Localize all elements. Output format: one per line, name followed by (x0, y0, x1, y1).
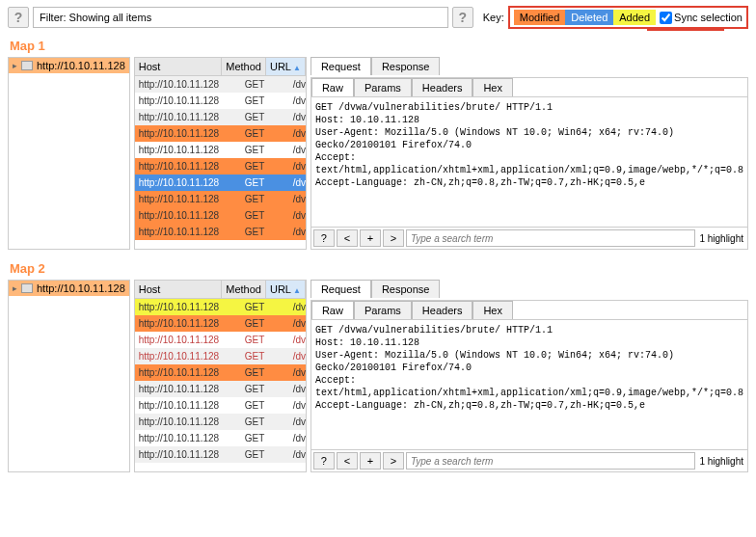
map2-tree[interactable]: ▸ http://10.10.11.128 (8, 280, 130, 472)
tree-expand-icon[interactable]: ▸ (13, 61, 17, 70)
cell-method: GET (241, 145, 289, 155)
table-row[interactable]: http://10.10.11.128GET/dvwa/dvwa/ (135, 381, 306, 397)
help-button-right[interactable]: ? (452, 7, 473, 28)
cell-method: GET (241, 449, 289, 460)
table-row[interactable]: http://10.10.11.128GET/dvwa/vulnerabilit… (135, 93, 306, 109)
tab-response[interactable]: Response (371, 280, 441, 298)
cell-host: http://10.10.11.128 (135, 112, 241, 122)
map1-area: ▸ http://10.10.11.128 Host Method URL▲ h… (0, 57, 756, 257)
cell-url: /dvwa/vulnerabilities/... (289, 161, 306, 172)
folder-icon (21, 283, 33, 293)
map1-table-header: Host Method URL▲ (135, 58, 306, 76)
table-row[interactable]: http://10.10.11.128GET/dvwa/about.php (135, 364, 306, 381)
map2-title: Map 2 (0, 257, 756, 280)
cell-method: GET (241, 351, 289, 362)
table-row[interactable]: http://10.10.11.128GET/dvwa/DTD/ (135, 332, 306, 348)
cell-url: /dvwa/dvwa/?C=D;O... (289, 416, 306, 427)
table-row[interactable]: http://10.10.11.128GET/dvwa/vulnerabilit… (135, 142, 306, 158)
col-url[interactable]: URL▲ (266, 281, 306, 298)
cell-method: GET (241, 384, 289, 394)
sync-selection-checkbox[interactable]: Sync selection (660, 12, 742, 24)
tree-host-label: http://10.10.11.128 (37, 282, 125, 294)
table-row[interactable]: http://10.10.11.128GET/dvwa/dvwa/?C=D;O.… (135, 397, 306, 414)
table-row[interactable]: http://10.10.11.128GET/dvwa (135, 299, 306, 315)
table-row[interactable]: http://10.10.11.128GET/dvwa/vulnerabilit… (135, 76, 306, 93)
tab-raw[interactable]: Raw (311, 78, 354, 96)
col-url[interactable]: URL▲ (266, 58, 306, 75)
map2-search-bar: ? < + > 1 highlight (311, 449, 747, 471)
tab-response[interactable]: Response (371, 57, 441, 75)
table-row[interactable]: http://10.10.11.128GET/dvwa/vulnerabilit… (135, 109, 306, 125)
col-method[interactable]: Method (222, 281, 266, 298)
cell-host: http://10.10.11.128 (135, 128, 241, 139)
table-row[interactable]: http://10.10.11.128GET/dvwa/vulnerabilit… (135, 175, 306, 191)
tab-headers[interactable]: Headers (412, 78, 473, 96)
cell-host: http://10.10.11.128 (135, 302, 241, 312)
cell-host: http://10.10.11.128 (135, 433, 241, 443)
map2-raw-request[interactable]: GET /dvwa/vulnerabilities/brute/ HTTP/1.… (311, 320, 747, 449)
search-plus-button[interactable]: + (360, 229, 381, 247)
table-row[interactable]: http://10.10.11.128GET/dvwa/dvwa/?C=D;O.… (135, 414, 306, 430)
tab-hex[interactable]: Hex (472, 78, 513, 96)
highlight-count: 1 highlight (697, 233, 745, 244)
search-prev-button[interactable]: < (337, 229, 358, 247)
map1-tree[interactable]: ▸ http://10.10.11.128 (8, 57, 130, 250)
tree-expand-icon[interactable]: ▸ (13, 283, 17, 293)
search-plus-button[interactable]: + (360, 452, 381, 470)
cell-url: /dvwa/dvwa/?C=M;O... (289, 433, 306, 443)
cell-host: http://10.10.11.128 (135, 400, 241, 411)
table-row[interactable]: http://10.10.11.128GET/dvwa/dvwa/?C=M;O.… (135, 430, 306, 446)
col-method[interactable]: Method (222, 58, 266, 75)
map1-raw-request[interactable]: GET /dvwa/vulnerabilities/brute/ HTTP/1.… (311, 97, 747, 227)
cell-host: http://10.10.11.128 (135, 351, 241, 362)
search-prev-button[interactable]: < (337, 452, 358, 470)
search-input[interactable] (406, 452, 695, 470)
sync-checkbox-input[interactable] (660, 12, 672, 24)
tab-request[interactable]: Request (310, 57, 371, 75)
map1-detail: Request Response Raw Params Headers Hex … (310, 57, 748, 250)
cell-host: http://10.10.11.128 (135, 384, 241, 394)
help-button-left[interactable]: ? (8, 7, 29, 28)
cell-url: /dvwa/dvwa/?C=D;O... (289, 400, 306, 411)
table-row[interactable]: http://10.10.11.128GET/dvwa/ (135, 315, 306, 332)
map2-table[interactable]: Host Method URL▲ http://10.10.11.128GET/… (134, 280, 307, 472)
tab-hex[interactable]: Hex (472, 301, 513, 319)
col-host[interactable]: Host (135, 281, 223, 298)
cell-method: GET (241, 367, 289, 378)
search-input[interactable] (406, 229, 695, 247)
tab-headers[interactable]: Headers (412, 301, 473, 319)
search-help-button[interactable]: ? (313, 229, 335, 247)
tab-params[interactable]: Params (354, 78, 412, 96)
table-row[interactable]: http://10.10.11.128GET/dvwa/vulnerabilit… (135, 191, 306, 207)
map2-area: ▸ http://10.10.11.128 Host Method URL▲ h… (0, 280, 756, 480)
cell-method: GET (241, 416, 289, 427)
sort-asc-icon: ▲ (293, 286, 301, 295)
map2-tree-host[interactable]: ▸ http://10.10.11.128 (9, 281, 129, 296)
table-row[interactable]: http://10.10.11.128GET/dvwa/DTD/xhtml1-t… (135, 348, 306, 364)
table-row[interactable]: http://10.10.11.128GET/dvwa/dvwa/?C=N;O.… (135, 446, 306, 463)
map1-tree-host[interactable]: ▸ http://10.10.11.128 (9, 58, 129, 73)
tab-params[interactable]: Params (354, 301, 412, 319)
map1-inner-tabs: Raw Params Headers Hex (311, 78, 747, 97)
cell-method: GET (241, 128, 289, 139)
col-host[interactable]: Host (135, 58, 223, 75)
table-row[interactable]: http://10.10.11.128GET/dvwa/vulnerabilit… (135, 158, 306, 175)
cell-url: /dvwa (289, 302, 306, 312)
cell-method: GET (241, 95, 289, 106)
cell-host: http://10.10.11.128 (135, 227, 241, 237)
table-row[interactable]: http://10.10.11.128GET/dvwa/vulnerabilit… (135, 125, 306, 142)
map2-inner-tabs: Raw Params Headers Hex (311, 301, 747, 320)
cell-url: /dvwa/vulnerabilities/... (289, 145, 306, 155)
cell-url: /dvwa/vulnerabilities/... (289, 177, 306, 188)
cell-method: GET (241, 112, 289, 122)
search-next-button[interactable]: > (383, 229, 404, 247)
search-help-button[interactable]: ? (313, 452, 335, 470)
tab-raw[interactable]: Raw (311, 301, 354, 319)
table-row[interactable]: http://10.10.11.128GET/dvwa/vulnerabilit… (135, 224, 306, 240)
filter-input[interactable] (33, 7, 448, 28)
table-row[interactable]: http://10.10.11.128GET/dvwa/vulnerabilit… (135, 207, 306, 224)
search-next-button[interactable]: > (383, 452, 404, 470)
map1-search-bar: ? < + > 1 highlight (311, 227, 747, 249)
tab-request[interactable]: Request (310, 280, 371, 298)
map1-table[interactable]: Host Method URL▲ http://10.10.11.128GET/… (134, 57, 307, 250)
